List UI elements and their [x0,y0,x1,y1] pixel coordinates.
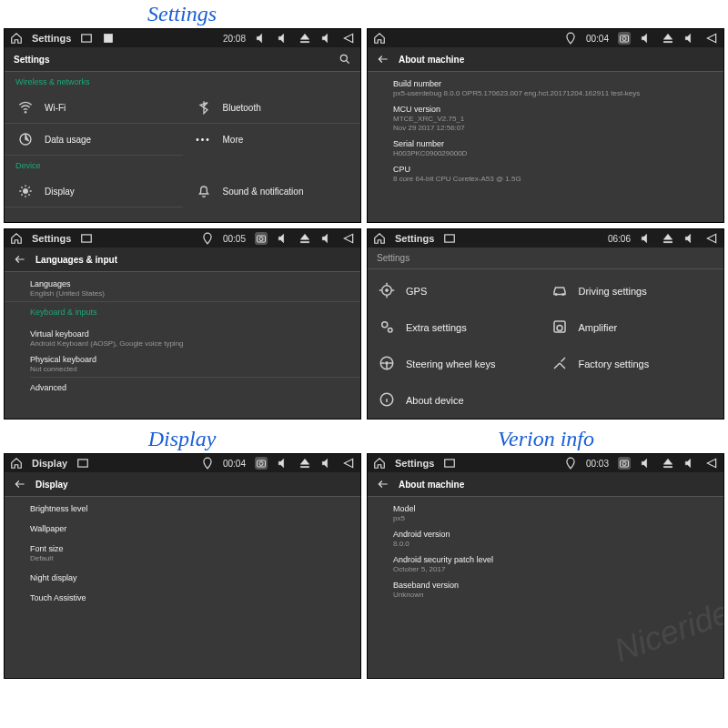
clock: 00:04 [586,34,609,44]
svg-point-13 [386,289,389,292]
back-arrow-icon[interactable] [14,478,26,490]
status-title: Display [32,458,67,469]
vol-up-icon[interactable] [320,232,333,245]
about-mcu[interactable]: MCU version MTCE_XRC_V2.75_1 Nov 29 2017… [393,101,723,136]
home-icon[interactable] [10,232,23,245]
row-extra[interactable]: Extra settings [373,309,546,346]
about-cpu[interactable]: CPU 8 core 64-bit CPU Coretex-A53 @ 1.5G [393,161,723,187]
svg-point-14 [555,293,557,295]
svg-rect-23 [78,460,88,467]
more-icon: ••• [196,132,212,148]
row-gps[interactable]: GPS [373,273,546,309]
row-sound[interactable]: Sound & notification [183,176,361,207]
row-more[interactable]: ••• More [183,124,361,156]
vol-down-icon[interactable] [640,232,652,245]
label-more: More [223,135,349,145]
row-advanced[interactable]: Advanced [30,377,360,396]
vol-down-icon[interactable] [277,232,289,245]
svg-rect-11 [445,235,455,242]
about-build[interactable]: Build number px5-userdebug 8.0.0 OPR5.17… [393,76,723,101]
eject-icon[interactable] [662,232,674,245]
row-amplifier[interactable]: Amplifier [546,309,719,346]
camera-icon[interactable] [618,32,631,45]
row-wallpaper[interactable]: Wallpaper [30,517,360,541]
eject-icon[interactable] [298,457,311,470]
eject-icon[interactable] [298,232,311,245]
window-icon[interactable] [80,232,93,245]
back-icon[interactable] [342,457,355,470]
svg-point-28 [622,462,626,466]
eject-icon[interactable] [662,457,674,470]
row-about[interactable]: About device [373,382,546,419]
row-baseband[interactable]: Baseband version Unknown [393,577,723,602]
back-arrow-icon[interactable] [377,478,389,490]
panel-car-settings: Settings 06:06 Settings GPS [367,228,724,420]
vol-up-icon[interactable] [683,457,696,470]
row-display[interactable]: Display [5,176,183,207]
row-fontsize[interactable]: Font size Default [30,541,360,566]
status-bar: Settings 20:08 [5,29,360,47]
panel-about-build: 00:04 About machine Build number px5-use… [367,28,724,223]
row-steering[interactable]: Steering wheel keys [373,346,546,382]
vol-up-icon[interactable] [320,457,333,470]
vol-up-icon[interactable] [683,232,696,245]
row-datausage[interactable]: Data usage [5,124,183,156]
row-virtual-keyboard[interactable]: Virtual keyboard Android Keyboard (AOSP)… [30,326,360,351]
clock: 06:06 [608,234,631,244]
back-arrow-icon[interactable] [14,253,26,266]
target-icon [379,282,397,300]
row-bluetooth[interactable]: Bluetooth [183,92,361,124]
window-icon[interactable] [80,32,93,45]
row-wifi[interactable]: Wi-Fi [5,92,183,124]
window-icon[interactable] [443,232,456,245]
camera-icon[interactable] [618,457,631,470]
home-icon[interactable] [373,457,386,470]
status-bar: Display 00:04 [5,454,360,472]
back-icon[interactable] [342,232,355,245]
page-title: Languages & input [35,255,117,265]
section-keyboard: Keyboard & inputs [5,302,360,322]
home-icon[interactable] [373,232,386,245]
row-android-version[interactable]: Android version 8.0.0 [393,526,723,551]
row-night[interactable]: Night display [30,566,360,590]
about-serial[interactable]: Serial number H003PKC090029000D [393,136,723,161]
eject-icon[interactable] [662,32,674,45]
back-icon[interactable] [342,32,355,45]
home-icon[interactable] [10,32,23,45]
camera-icon[interactable] [255,457,268,470]
window-icon[interactable] [76,457,89,470]
status-title: Settings [395,233,434,244]
status-bar: 00:04 [368,29,723,47]
vol-up-icon[interactable] [683,32,696,45]
page-header: Display [5,472,360,497]
back-icon[interactable] [705,32,718,45]
eject-icon[interactable] [298,32,311,45]
vol-down-icon[interactable] [640,32,652,45]
back-arrow-icon[interactable] [377,53,389,66]
label-factory: Factory settings [579,359,650,369]
mute-icon[interactable] [255,32,268,45]
clock: 00:03 [586,459,609,469]
home-icon[interactable] [373,32,386,45]
window-icon[interactable] [443,457,456,470]
vol-down-icon[interactable] [640,457,652,470]
vol-down-icon[interactable] [277,457,289,470]
vol-down-icon[interactable] [277,32,289,45]
row-model[interactable]: Model px5 [393,500,723,526]
row-touch[interactable]: Touch Assistive [30,590,360,606]
row-driving[interactable]: Driving settings [546,273,719,309]
back-icon[interactable] [705,232,718,245]
row-physical-keyboard[interactable]: Physical keyboard Not connected [30,351,360,377]
caption-version: Verion info [364,425,728,453]
row-patch[interactable]: Android security patch level October 5, … [393,551,723,577]
back-icon[interactable] [705,457,718,470]
row-languages[interactable]: Languages English (United States) [30,276,360,301]
row-factory[interactable]: Factory settings [546,346,719,382]
search-icon[interactable] [339,53,351,66]
row-brightness[interactable]: Brightness level [30,500,360,517]
page-title: About machine [399,55,464,65]
camera-icon[interactable] [255,232,268,245]
home-icon[interactable] [10,457,23,470]
vol-up-icon[interactable] [320,32,333,45]
screenshot-icon[interactable] [102,32,115,45]
